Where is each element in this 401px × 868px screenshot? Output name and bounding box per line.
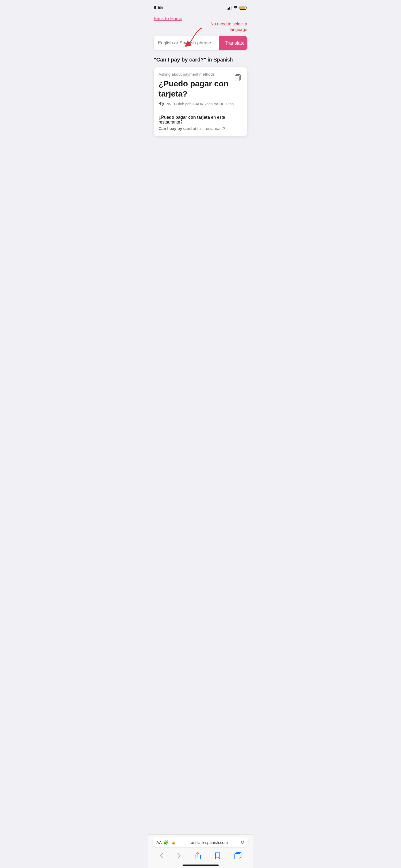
result-heading: "Can I pay by card?" in Spanish (154, 56, 247, 63)
translation-card: Asking about payment methods ¿Puedo paga… (154, 67, 247, 136)
card-translation: ¿Puedo pagar con tarjeta? (158, 79, 243, 99)
wifi-icon (233, 6, 238, 10)
pronunciation: PWEH-doh pah-GAHR kohn tar-HEH-tah (158, 101, 243, 107)
battery-icon (240, 6, 247, 10)
status-bar: 9:55 (148, 0, 253, 13)
speaker-icon (158, 101, 164, 107)
result-suffix: in Spanish (206, 57, 233, 63)
copy-button[interactable] (232, 72, 243, 84)
status-icons (227, 6, 247, 10)
result-phrase: "Can I pay by card?" (154, 57, 206, 63)
translate-button[interactable]: Translate (219, 36, 247, 50)
example-english-bold: Can I pay by card (158, 126, 192, 131)
example-spanish-bold: ¿Puedo pagar con tarjeta (158, 115, 210, 120)
signal-icon (227, 6, 232, 10)
card-divider (158, 111, 243, 111)
card-category: Asking about payment methods (158, 72, 243, 76)
main-content: Back to Home No need to select a languag… (148, 13, 253, 142)
svg-rect-2 (235, 76, 239, 81)
example-english: Can I pay by card at this restaurant? (158, 126, 243, 131)
status-time: 9:55 (154, 5, 163, 10)
example-spanish: ¿Puedo pagar con tarjeta en este restaur… (158, 115, 243, 125)
annotation-arrow (182, 27, 206, 47)
example-english-rest: at this restaurant? (192, 126, 225, 131)
pronunciation-text: PWEH-doh pah-GAHR kohn tar-HEH-tah (165, 102, 234, 106)
back-to-home-link[interactable]: Back to Home (154, 16, 182, 21)
copy-icon (234, 73, 242, 82)
